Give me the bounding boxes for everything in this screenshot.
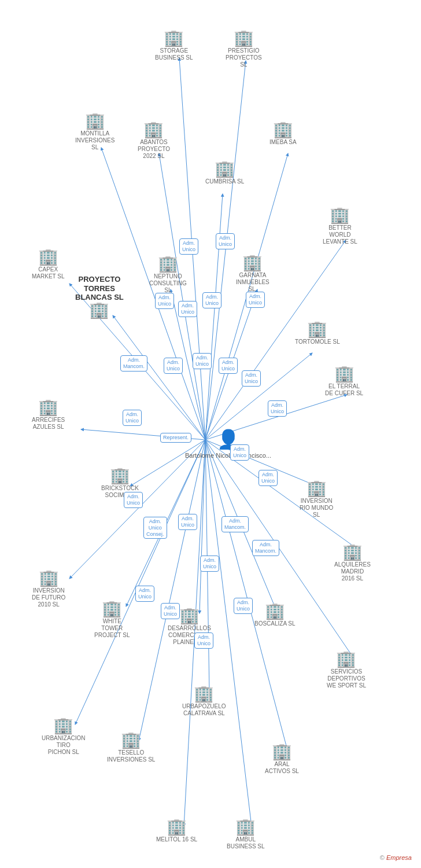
node-label: CUMBRISA SL: [205, 178, 244, 185]
node-melitol[interactable]: 🏢 MELITOL 16 SL: [156, 819, 197, 843]
badge-adm-unico-13: Adm.Unico: [230, 444, 249, 461]
building-icon: 🏢: [265, 603, 285, 619]
badge-adm-unico-20: Adm.Unico: [194, 632, 213, 649]
badge-adm-mancom-1: Adm.Mancom.: [120, 355, 147, 372]
node-boscaliza[interactable]: 🏢 BOSCALIZA SL: [254, 603, 296, 627]
node-ambul[interactable]: 🏢 AMBULBUSINESS SL: [227, 819, 265, 850]
svg-line-4: [205, 194, 223, 440]
badge-adm-unico-10: Adm.Unico: [242, 370, 261, 387]
node-label: BETTERWORLDLEVANTE SL: [323, 225, 357, 245]
building-icon: 🏢: [334, 366, 354, 382]
badge-adm-unico-3: Adm.Unico: [155, 293, 174, 309]
node-white-tower[interactable]: 🏢 WHITETOWERPROJECT SL: [94, 601, 130, 639]
node-garnata[interactable]: 🏢 GARNATAINMUEBLESSL.: [236, 255, 269, 293]
svg-line-19: [200, 440, 205, 613]
node-label: SERVICIOSDEPORTIVOSWE SPORT SL: [327, 668, 366, 689]
proyecto-torres-label: PROYECTOTORRESBLANCAS SL: [75, 275, 124, 302]
building-icon: 🏢: [102, 601, 122, 617]
node-label: URBANIZACIONTIROPICHON SL: [42, 735, 86, 756]
badge-adm-unico-16: Adm.Unico: [178, 514, 197, 530]
node-proyecto-torres[interactable]: PROYECTOTORRESBLANCAS SL 🏢: [75, 275, 124, 318]
node-label: GARNATAINMUEBLESSL.: [236, 272, 269, 293]
node-imeba[interactable]: 🏢 IMEBA SA: [269, 122, 297, 146]
node-label: ARRECIFESAZULES SL: [32, 417, 65, 431]
node-aral[interactable]: 🏢 ARALACTIVOS SL: [265, 744, 299, 775]
building-icon: 🏢: [307, 321, 327, 337]
building-icon-red: 🏢: [89, 302, 109, 318]
node-label: INVERSIONRIO MUNDOSL: [300, 498, 333, 518]
node-label: MELITOL 16 SL: [156, 836, 197, 843]
node-neptuno[interactable]: 🏢 NEPTUNOCONSULTINGSL: [149, 256, 187, 294]
node-inversion-futuro[interactable]: 🏢 INVERSIONDE FUTURO2010 SL: [32, 570, 65, 608]
svg-line-1: [205, 61, 246, 440]
building-icon: 🏢: [235, 819, 256, 835]
node-montilla[interactable]: 🏢 MONTILLAINVERSIONESSL: [75, 113, 115, 151]
node-label: IMEBA SA: [269, 139, 297, 146]
node-inversion-rio[interactable]: 🏢 INVERSIONRIO MUNDOSL: [300, 480, 333, 518]
building-icon: 🏢: [110, 468, 130, 484]
building-icon: 🏢: [158, 256, 178, 272]
node-label: AMBULBUSINESS SL: [227, 836, 265, 850]
building-icon: 🏢: [179, 608, 200, 624]
node-label: NEPTUNOCONSULTINGSL: [149, 273, 187, 294]
svg-line-17: [69, 440, 205, 579]
badge-adm-unico-18: Adm.Unico: [135, 586, 154, 602]
node-label: ABANTOSPROYECTO2022 SL: [138, 139, 170, 160]
node-label: CAPEXMARKET SL: [32, 266, 65, 280]
node-storage[interactable]: 🏢 STORAGEBUSINESS SL: [155, 30, 193, 61]
node-servicios[interactable]: 🏢 SERVICIOSDEPORTIVOSWE SPORT SL: [327, 651, 366, 689]
building-icon: 🏢: [164, 30, 184, 46]
building-icon: 🏢: [39, 570, 59, 586]
node-tortomole[interactable]: 🏢 TORTOMOLE SL: [295, 321, 340, 345]
building-icon: 🏢: [38, 249, 58, 265]
node-urbapozuelo[interactable]: 🏢 URBAPOZUELOCALATRAVA SL: [182, 686, 226, 717]
node-label: STORAGEBUSINESS SL: [155, 47, 193, 61]
node-arrecifes[interactable]: 🏢 ARRECIFESAZULES SL: [32, 399, 65, 431]
node-el-terral[interactable]: 🏢 EL TERRALDE CUFER SL: [325, 366, 363, 397]
building-icon: 🏢: [242, 255, 263, 271]
badge-adm-unico-14: Adm.Unico: [258, 470, 278, 486]
building-icon: 🏢: [53, 718, 73, 734]
node-label: WHITETOWERPROJECT SL: [94, 618, 130, 639]
badge-adm-unico-consej: Adm.UnicoConsej.: [143, 517, 167, 539]
building-icon: 🏢: [272, 744, 292, 760]
badge-adm-unico-12: Adm.Unico: [123, 410, 142, 426]
node-prestigio[interactable]: 🏢 PRESTIGIOPROYECTOSSL: [226, 30, 262, 68]
svg-line-24: [75, 440, 205, 724]
node-label: ARALACTIVOS SL: [265, 761, 299, 775]
center-person-label: Bartolome Nicolas Francisco...: [185, 451, 271, 459]
building-icon: 🏢: [342, 544, 363, 560]
badge-adm-unico-15: Adm.Unico: [124, 492, 143, 508]
node-urbanizacion[interactable]: 🏢 URBANIZACIONTIROPICHON SL: [42, 718, 86, 756]
node-label: PRESTIGIOPROYECTOSSL: [226, 47, 262, 68]
building-icon: 🏢: [167, 819, 187, 835]
node-label: TESELLOINVERSIONES SL: [107, 749, 155, 763]
node-label: BOSCALIZA SL: [254, 620, 296, 627]
badge-adm-unico-19: Adm.Unico: [161, 603, 180, 619]
badge-adm-unico-9: Adm.Unico: [219, 358, 238, 374]
building-icon: 🏢: [234, 30, 254, 46]
badge-adm-unico-21: Adm.Unico: [234, 598, 253, 614]
center-node: 👤 Bartolome Nicolas Francisco...: [185, 428, 271, 459]
building-icon: 🏢: [194, 686, 214, 702]
building-icon: 🏢: [306, 480, 327, 496]
badge-adm-unico-1: Adm.Unico: [179, 238, 198, 255]
brand-name: Empresa: [386, 854, 412, 861]
node-abantos[interactable]: 🏢 ABANTOSPROYECTO2022 SL: [138, 122, 170, 160]
badge-adm-unico-7: Adm.Unico: [164, 358, 183, 374]
copyright: © Empresa: [380, 854, 412, 861]
node-cumbrisa[interactable]: 🏢 CUMBRISA SL: [205, 161, 244, 185]
badge-adm-mancom-3: Adm.Mancom.: [252, 540, 279, 556]
node-tesello[interactable]: 🏢 TESELLOINVERSIONES SL: [107, 732, 155, 763]
building-icon: 🏢: [143, 122, 164, 138]
building-icon: 🏢: [85, 113, 105, 129]
building-icon: 🏢: [330, 207, 350, 223]
node-alquileres[interactable]: 🏢 ALQUILERESMADRID2016 SL: [334, 544, 371, 582]
node-better[interactable]: 🏢 BETTERWORLDLEVANTE SL: [323, 207, 357, 245]
badge-adm-unico-17: Adm.Unico: [200, 556, 219, 572]
building-icon: 🏢: [215, 161, 235, 177]
node-label: URBAPOZUELOCALATRAVA SL: [182, 703, 226, 717]
node-capex[interactable]: 🏢 CAPEXMARKET SL: [32, 249, 65, 280]
badge-adm-mancom-2: Adm.Mancom.: [221, 516, 249, 532]
building-icon: 🏢: [38, 399, 58, 415]
